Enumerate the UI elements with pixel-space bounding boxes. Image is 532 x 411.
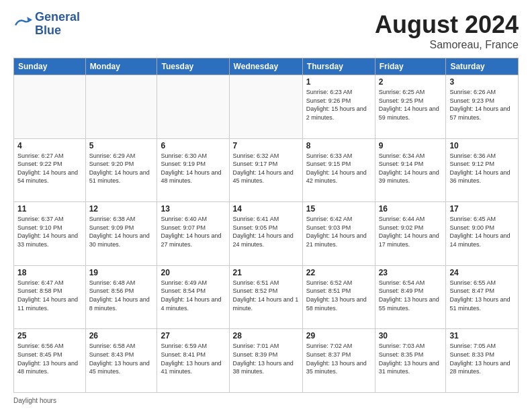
day-info: Sunrise: 6:47 AM Sunset: 8:58 PM Dayligh… (17, 279, 82, 312)
day-number: 23 (379, 268, 443, 277)
day-info: Sunrise: 6:56 AM Sunset: 8:45 PM Dayligh… (17, 342, 82, 375)
logo-text: General Blue (35, 11, 80, 38)
day-info: Sunrise: 6:34 AM Sunset: 9:14 PM Dayligh… (379, 152, 443, 185)
table-row: 22Sunrise: 6:52 AM Sunset: 8:51 PM Dayli… (302, 265, 375, 329)
calendar-title: August 2024 (375, 11, 519, 39)
day-number: 25 (17, 331, 82, 340)
day-info: Sunrise: 6:27 AM Sunset: 9:22 PM Dayligh… (17, 152, 82, 185)
day-number: 16 (379, 204, 443, 214)
day-info: Sunrise: 6:23 AM Sunset: 9:26 PM Dayligh… (306, 88, 371, 122)
day-info: Sunrise: 6:38 AM Sunset: 9:09 PM Dayligh… (89, 215, 154, 248)
table-row: 14Sunrise: 6:41 AM Sunset: 9:05 PM Dayli… (229, 202, 302, 266)
day-number: 3 (449, 77, 515, 87)
day-number: 14 (233, 204, 299, 214)
table-row: 7Sunrise: 6:32 AM Sunset: 9:17 PM Daylig… (229, 138, 302, 202)
table-row: 1Sunrise: 6:23 AM Sunset: 9:26 PM Daylig… (302, 75, 375, 139)
day-number: 12 (89, 204, 154, 214)
table-row: 31Sunrise: 7:05 AM Sunset: 8:33 PM Dayli… (446, 329, 519, 393)
day-number: 19 (89, 268, 154, 277)
day-info: Sunrise: 6:59 AM Sunset: 8:41 PM Dayligh… (161, 342, 225, 375)
table-row: 15Sunrise: 6:42 AM Sunset: 9:03 PM Dayli… (302, 202, 375, 266)
day-number: 2 (379, 77, 443, 87)
day-info: Sunrise: 6:51 AM Sunset: 8:52 PM Dayligh… (233, 279, 299, 312)
day-number: 21 (233, 268, 299, 277)
day-number: 6 (161, 141, 225, 150)
day-info: Sunrise: 7:05 AM Sunset: 8:33 PM Dayligh… (449, 342, 515, 375)
table-row (157, 75, 229, 139)
table-row: 13Sunrise: 6:40 AM Sunset: 9:07 PM Dayli… (157, 202, 229, 266)
day-info: Sunrise: 7:01 AM Sunset: 8:39 PM Dayligh… (233, 342, 299, 375)
table-row: 30Sunrise: 7:03 AM Sunset: 8:35 PM Dayli… (375, 329, 446, 393)
day-number: 26 (89, 331, 154, 340)
day-info: Sunrise: 6:29 AM Sunset: 9:20 PM Dayligh… (89, 152, 154, 185)
day-info: Sunrise: 6:58 AM Sunset: 8:43 PM Dayligh… (89, 342, 154, 375)
col-saturday: Saturday (446, 58, 519, 75)
day-info: Sunrise: 6:54 AM Sunset: 8:49 PM Dayligh… (379, 279, 443, 312)
day-info: Sunrise: 6:44 AM Sunset: 9:02 PM Dayligh… (379, 215, 443, 248)
calendar-subtitle: Samoreau, France (375, 39, 519, 51)
day-info: Sunrise: 6:25 AM Sunset: 9:25 PM Dayligh… (379, 88, 443, 122)
table-row: 27Sunrise: 6:59 AM Sunset: 8:41 PM Dayli… (157, 329, 229, 393)
day-number: 31 (449, 331, 515, 340)
table-row: 3Sunrise: 6:26 AM Sunset: 9:23 PM Daylig… (446, 75, 519, 139)
day-info: Sunrise: 6:49 AM Sunset: 8:54 PM Dayligh… (161, 279, 225, 312)
calendar-week-row: 1Sunrise: 6:23 AM Sunset: 9:26 PM Daylig… (14, 75, 519, 139)
day-info: Sunrise: 6:48 AM Sunset: 8:56 PM Dayligh… (89, 279, 154, 312)
calendar-week-row: 11Sunrise: 6:37 AM Sunset: 9:10 PM Dayli… (14, 202, 519, 266)
day-info: Sunrise: 6:42 AM Sunset: 9:03 PM Dayligh… (306, 215, 371, 248)
calendar-week-row: 4Sunrise: 6:27 AM Sunset: 9:22 PM Daylig… (14, 138, 519, 202)
table-row: 4Sunrise: 6:27 AM Sunset: 9:22 PM Daylig… (14, 138, 86, 202)
logo: General Blue (13, 11, 80, 38)
day-info: Sunrise: 6:37 AM Sunset: 9:10 PM Dayligh… (17, 215, 82, 248)
header: General Blue August 2024 Samoreau, Franc… (13, 11, 519, 51)
day-number: 10 (449, 141, 515, 150)
table-row (85, 75, 157, 139)
col-monday: Monday (85, 58, 157, 75)
logo-line2: Blue (35, 24, 80, 38)
footer-label: Daylight hours (13, 397, 56, 404)
day-info: Sunrise: 6:45 AM Sunset: 9:00 PM Dayligh… (449, 215, 515, 248)
day-info: Sunrise: 6:26 AM Sunset: 9:23 PM Dayligh… (449, 88, 515, 122)
day-number: 30 (379, 331, 443, 340)
day-info: Sunrise: 7:02 AM Sunset: 8:37 PM Dayligh… (306, 342, 371, 375)
table-row: 19Sunrise: 6:48 AM Sunset: 8:56 PM Dayli… (85, 265, 157, 329)
day-number: 27 (161, 331, 225, 340)
table-row: 9Sunrise: 6:34 AM Sunset: 9:14 PM Daylig… (375, 138, 446, 202)
calendar-header-row: Sunday Monday Tuesday Wednesday Thursday… (14, 58, 519, 75)
day-info: Sunrise: 6:36 AM Sunset: 9:12 PM Dayligh… (449, 152, 515, 185)
day-info: Sunrise: 6:40 AM Sunset: 9:07 PM Dayligh… (161, 215, 225, 248)
table-row: 25Sunrise: 6:56 AM Sunset: 8:45 PM Dayli… (14, 329, 86, 393)
title-block: August 2024 Samoreau, France (375, 11, 519, 51)
day-number: 9 (379, 141, 443, 150)
table-row (14, 75, 86, 139)
day-number: 15 (306, 204, 371, 214)
table-row: 17Sunrise: 6:45 AM Sunset: 9:00 PM Dayli… (446, 202, 519, 266)
col-friday: Friday (375, 58, 446, 75)
calendar-week-row: 25Sunrise: 6:56 AM Sunset: 8:45 PM Dayli… (14, 329, 519, 393)
table-row: 5Sunrise: 6:29 AM Sunset: 9:20 PM Daylig… (85, 138, 157, 202)
footer: Daylight hours (13, 397, 519, 404)
day-number: 7 (233, 141, 299, 150)
day-number: 22 (306, 268, 371, 277)
table-row: 18Sunrise: 6:47 AM Sunset: 8:58 PM Dayli… (14, 265, 86, 329)
col-tuesday: Tuesday (157, 58, 229, 75)
logo-icon (13, 15, 32, 34)
day-number: 11 (17, 204, 82, 214)
day-number: 4 (17, 141, 82, 150)
day-number: 5 (89, 141, 154, 150)
table-row: 23Sunrise: 6:54 AM Sunset: 8:49 PM Dayli… (375, 265, 446, 329)
day-info: Sunrise: 6:30 AM Sunset: 9:19 PM Dayligh… (161, 152, 225, 185)
day-number: 20 (161, 268, 225, 277)
table-row (229, 75, 302, 139)
day-info: Sunrise: 6:33 AM Sunset: 9:15 PM Dayligh… (306, 152, 371, 185)
table-row: 24Sunrise: 6:55 AM Sunset: 8:47 PM Dayli… (446, 265, 519, 329)
table-row: 11Sunrise: 6:37 AM Sunset: 9:10 PM Dayli… (14, 202, 86, 266)
day-info: Sunrise: 7:03 AM Sunset: 8:35 PM Dayligh… (379, 342, 443, 375)
day-info: Sunrise: 6:32 AM Sunset: 9:17 PM Dayligh… (233, 152, 299, 185)
day-number: 13 (161, 204, 225, 214)
table-row: 20Sunrise: 6:49 AM Sunset: 8:54 PM Dayli… (157, 265, 229, 329)
day-info: Sunrise: 6:55 AM Sunset: 8:47 PM Dayligh… (449, 279, 515, 312)
table-row: 28Sunrise: 7:01 AM Sunset: 8:39 PM Dayli… (229, 329, 302, 393)
table-row: 29Sunrise: 7:02 AM Sunset: 8:37 PM Dayli… (302, 329, 375, 393)
day-number: 24 (449, 268, 515, 277)
